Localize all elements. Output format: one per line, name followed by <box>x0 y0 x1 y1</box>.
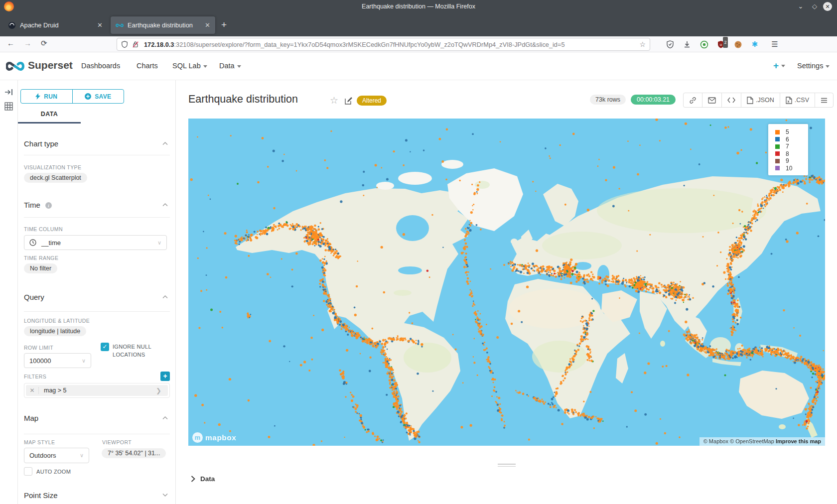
lock-insecure-icon[interactable] <box>132 41 139 48</box>
minimize-icon[interactable]: ⌄ <box>796 2 805 11</box>
export-button-group: .JSON .CSV <box>683 93 834 108</box>
email-button[interactable] <box>702 93 721 107</box>
chevron-up-icon[interactable] <box>162 203 167 208</box>
tab-close-icon[interactable]: ✕ <box>205 21 210 29</box>
tracking-protection-icon[interactable] <box>665 39 676 50</box>
row-limit-select[interactable]: 100000 ∨ <box>24 353 91 368</box>
mapbox-logo[interactable]: m mapbox <box>192 432 236 443</box>
map-style-select[interactable]: Outdoors ∨ <box>24 448 89 463</box>
tab-earthquake-distribution[interactable]: Earthquake distribution ✕ <box>111 16 215 34</box>
time-column-select[interactable]: __time ∨ <box>24 235 167 250</box>
ignore-null-checkbox[interactable]: ✓ <box>101 343 109 351</box>
data-panel-toggle[interactable]: Data <box>191 475 215 483</box>
tab-data[interactable]: DATA <box>18 111 81 118</box>
chevron-down-icon <box>826 65 830 68</box>
export-csv-button[interactable]: .CSV <box>780 93 815 107</box>
section-map[interactable]: Map <box>24 414 38 422</box>
attribution-text[interactable]: © Mapbox © OpenStreetMap <box>703 438 774 444</box>
embed-code-button[interactable] <box>721 93 741 107</box>
section-point-size[interactable]: Point Size <box>24 491 58 500</box>
forward-icon[interactable]: → <box>24 39 31 47</box>
nav-settings[interactable]: Settings <box>797 62 830 70</box>
chevron-down-icon <box>203 65 207 68</box>
chevron-right-icon[interactable]: ❯ <box>156 387 168 394</box>
reload-icon[interactable]: ⟳ <box>41 39 47 48</box>
add-filter-button[interactable]: + <box>160 372 170 381</box>
favorite-star-icon[interactable]: ☆ <box>330 95 338 106</box>
chevron-down-icon: ∨ <box>80 452 84 459</box>
tab-close-icon[interactable]: ✕ <box>97 21 103 29</box>
close-icon[interactable]: ✕ <box>823 2 832 11</box>
chevron-up-icon[interactable] <box>162 295 167 300</box>
chevron-up-icon[interactable] <box>162 416 167 421</box>
collapse-panel-icon[interactable] <box>4 88 13 96</box>
legend-entry[interactable]: 6 <box>775 136 808 143</box>
chart-title: Earthquake distribution <box>188 93 298 106</box>
section-chart-type[interactable]: Chart type <box>24 139 58 148</box>
section-time[interactable]: Time i <box>24 201 52 209</box>
legend-label: 5 <box>786 128 789 135</box>
legend-entry[interactable]: 9 <box>775 157 808 165</box>
new-tab-button[interactable]: + <box>221 19 227 30</box>
edit-properties-icon[interactable] <box>344 97 353 105</box>
chevron-right-icon <box>191 476 195 482</box>
shield-permissions-icon[interactable] <box>121 41 128 48</box>
brand-name[interactable]: Superset <box>28 59 73 71</box>
save-button[interactable]: SAVE <box>72 90 124 103</box>
tab-apache-druid[interactable]: Apache Druid ✕ <box>3 16 108 34</box>
extension-green-icon[interactable] <box>698 39 709 50</box>
filter-chip[interactable]: ✕ mag > 5 ❯ <box>26 385 168 396</box>
legend-label: 8 <box>786 150 789 157</box>
remove-filter-icon[interactable]: ✕ <box>26 387 39 394</box>
nav-charts[interactable]: Charts <box>137 62 158 70</box>
time-column-label: TIME COLUMN <box>24 226 63 232</box>
viz-type-value[interactable]: deck.gl Scatterplot <box>24 173 87 183</box>
chevron-down-icon[interactable] <box>162 493 167 498</box>
chart-area: Earthquake distribution ☆ Altered 73k ro… <box>176 80 837 504</box>
cookie-extension-icon[interactable] <box>732 39 743 50</box>
bookmark-star-icon[interactable]: ☆ <box>639 40 646 48</box>
spreadsheet-file-icon <box>786 97 792 104</box>
lonlat-value[interactable]: longitude | latitude <box>24 326 86 336</box>
snowflake-extension-icon[interactable]: ✱ <box>749 39 760 50</box>
datasource-grid-icon[interactable] <box>4 102 13 111</box>
file-icon <box>747 97 753 104</box>
time-range-value[interactable]: No filter <box>24 263 57 273</box>
chart-menu-button[interactable] <box>815 93 833 107</box>
window-title: Earthquake distribution — Mozilla Firefo… <box>0 3 837 10</box>
chevron-up-icon[interactable] <box>162 141 167 146</box>
export-json-button[interactable]: .JSON <box>741 93 780 107</box>
legend-entry[interactable]: 5 <box>775 128 808 136</box>
share-link-button[interactable] <box>684 93 702 107</box>
section-query[interactable]: Query <box>24 293 44 301</box>
menu-hamburger-icon[interactable]: ☰ <box>769 39 780 50</box>
deckgl-scatter-map[interactable]: 5678910 m mapbox © Mapbox © OpenStreetMa… <box>188 119 825 446</box>
scatter-dots-canvas[interactable] <box>188 119 825 446</box>
altered-badge[interactable]: Altered <box>357 96 387 106</box>
viewport-value[interactable]: 7° 35' 54.02" | 31... <box>102 448 166 458</box>
legend-entry[interactable]: 8 <box>775 150 808 158</box>
active-tab-underline <box>18 122 81 124</box>
viz-type-label: VISUALIZATION TYPE <box>24 164 81 170</box>
panel-drag-handle[interactable] <box>498 462 516 468</box>
back-icon[interactable]: ← <box>7 39 14 47</box>
improve-map-link[interactable]: Improve this map <box>776 438 821 444</box>
superset-favicon <box>116 21 124 29</box>
downloads-icon[interactable] <box>682 39 693 50</box>
legend-label: 7 <box>786 143 789 150</box>
nav-data[interactable]: Data <box>219 62 241 70</box>
nav-sql-lab[interactable]: SQL Lab <box>172 62 207 70</box>
browser-toolbar: ← → ⟳ 172.18.0.3:32108/superset/explore/… <box>0 36 837 52</box>
superset-logo[interactable] <box>6 59 27 74</box>
nav-dashboards[interactable]: Dashboards <box>81 62 120 70</box>
legend-entry[interactable]: 7 <box>775 143 808 150</box>
control-panel: RUN SAVE DATA Chart type VISUALIZATION T… <box>18 80 176 504</box>
legend-entry[interactable]: 10 <box>775 165 808 172</box>
run-button[interactable]: RUN <box>21 90 72 103</box>
maximize-icon[interactable]: ◇ <box>810 2 819 11</box>
auto-zoom-checkbox[interactable] <box>24 467 32 476</box>
ublock-icon[interactable]: u 2 <box>715 39 726 50</box>
url-bar[interactable]: 172.18.0.3:32108/superset/explore/?form_… <box>117 38 650 51</box>
tab-label: Apache Druid <box>20 21 93 29</box>
new-item-button[interactable]: + <box>773 60 785 71</box>
